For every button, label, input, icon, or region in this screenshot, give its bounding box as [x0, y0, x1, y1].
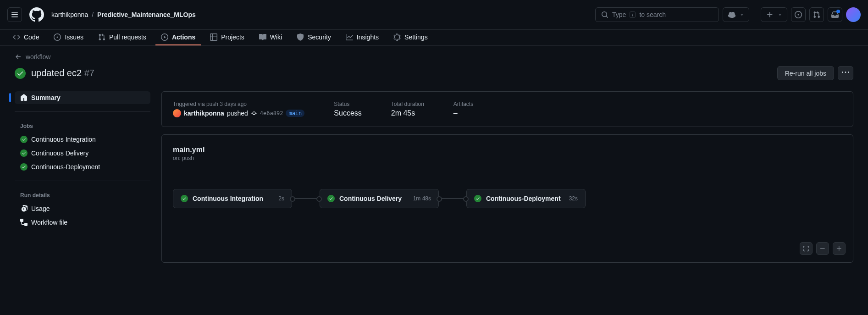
sidebar-job-cd[interactable]: Continuous Delivery: [15, 147, 150, 160]
table-icon: [210, 33, 217, 41]
owner-link[interactable]: karthikponna: [51, 11, 88, 18]
create-button[interactable]: [761, 7, 787, 22]
actor-name[interactable]: karthikponna: [184, 110, 224, 117]
notifications-button[interactable]: [828, 7, 842, 22]
status-label: Status: [334, 101, 361, 107]
job-name: Continuous-Deployment: [486, 195, 564, 202]
status-success-icon: [15, 68, 26, 79]
nav-code[interactable]: Code: [7, 30, 44, 45]
breadcrumb-separator: /: [92, 11, 94, 18]
nav-wiki[interactable]: Wiki: [254, 30, 287, 45]
sidebar-label: Usage: [31, 205, 50, 212]
fullscreen-button[interactable]: [800, 242, 813, 255]
sidebar-job-ci[interactable]: Continuous Integration: [15, 133, 150, 146]
jobs-heading: Jobs: [15, 119, 150, 133]
job-name: Continuous Integration: [193, 195, 274, 202]
job-duration: 2s: [278, 195, 284, 202]
job-name: Continuous-Deployment: [31, 163, 100, 171]
nav-label: Settings: [404, 33, 428, 41]
back-link[interactable]: workflow: [15, 53, 853, 61]
success-icon: [474, 195, 481, 202]
sidebar-usage[interactable]: Usage: [15, 202, 150, 215]
hamburger-icon: [11, 11, 18, 18]
rerun-button[interactable]: Re-run all jobs: [777, 66, 834, 80]
nav-label: Actions: [172, 33, 195, 41]
search-input[interactable]: Type / to search: [595, 7, 719, 22]
commit-sha[interactable]: 4e6a892: [260, 110, 283, 116]
code-icon: [13, 33, 20, 41]
pull-request-icon: [98, 33, 105, 41]
duration-label: Total duration: [391, 101, 424, 107]
trigger-label: Triggered via push 3 days ago: [173, 101, 304, 107]
pulls-button[interactable]: [809, 7, 824, 22]
sidebar-job-deploy[interactable]: Continuous-Deployment: [15, 160, 150, 173]
workflow-icon: [20, 219, 28, 226]
back-label: workflow: [26, 53, 50, 61]
nav-issues[interactable]: Issues: [48, 30, 88, 45]
chevron-down-icon: [740, 12, 744, 17]
job-name: Continuous Delivery: [339, 195, 409, 202]
search-suffix: to search: [639, 11, 666, 18]
details-heading: Run details: [15, 188, 150, 202]
breadcrumb: karthikponna / Predictive_Maintenance_ML…: [51, 11, 196, 18]
sidebar-summary[interactable]: Summary: [15, 91, 150, 104]
github-logo-icon[interactable]: [29, 7, 44, 22]
action-text: pushed: [227, 110, 248, 117]
graph-icon: [346, 33, 353, 41]
success-icon: [181, 195, 188, 202]
user-avatar[interactable]: [846, 7, 861, 22]
issue-icon: [54, 33, 61, 41]
duration-value: 2m 45s: [391, 109, 424, 117]
artifacts-value: –: [453, 109, 473, 117]
nav-projects[interactable]: Projects: [205, 30, 250, 45]
job-node-ci[interactable]: Continuous Integration 2s: [173, 189, 292, 208]
copilot-icon: [728, 11, 735, 18]
shield-icon: [297, 33, 304, 41]
job-node-deploy[interactable]: Continuous-Deployment 32s: [466, 189, 586, 208]
workflow-file-name[interactable]: main.yml: [173, 146, 842, 154]
nav-label: Wiki: [270, 33, 282, 41]
plus-icon: [766, 11, 774, 18]
nav-security[interactable]: Security: [291, 30, 337, 45]
sidebar-label: Summary: [31, 94, 61, 101]
kebab-icon: [842, 69, 849, 76]
nav-label: Pull requests: [109, 33, 146, 41]
status-value: Success: [334, 109, 361, 117]
run-number: #7: [84, 68, 94, 78]
summary-card: Triggered via push 3 days ago karthikpon…: [161, 91, 853, 127]
notification-indicator: [836, 10, 840, 13]
chevron-down-icon: [778, 12, 782, 17]
sidebar-label: Workflow file: [31, 219, 67, 226]
actor-avatar[interactable]: [173, 109, 181, 117]
book-icon: [259, 33, 266, 41]
minus-icon: [819, 245, 826, 252]
issues-button[interactable]: [791, 7, 806, 22]
arrow-left-icon: [15, 53, 22, 61]
repo-link[interactable]: Predictive_Maintenance_MLOps: [97, 11, 196, 18]
plus-icon: [836, 245, 842, 252]
copilot-button[interactable]: [723, 7, 749, 22]
search-key-hint: /: [630, 11, 636, 18]
more-options-button[interactable]: [838, 66, 853, 80]
job-node-cd[interactable]: Continuous Delivery 1m 48s: [320, 189, 439, 208]
success-icon: [327, 195, 335, 202]
nav-pulls[interactable]: Pull requests: [93, 30, 152, 45]
branch-tag[interactable]: main: [286, 110, 304, 117]
gear-icon: [393, 33, 401, 41]
nav-label: Insights: [357, 33, 379, 41]
pull-request-icon: [813, 11, 820, 18]
sidebar-workflow-file[interactable]: Workflow file: [15, 216, 150, 229]
success-icon: [20, 149, 28, 157]
zoom-out-button[interactable]: [816, 242, 829, 255]
menu-button[interactable]: [7, 7, 22, 22]
connector: [292, 198, 320, 199]
nav-actions[interactable]: Actions: [155, 30, 201, 45]
workflow-card: main.yml on: push Continuous Integration…: [161, 134, 853, 263]
nav-settings[interactable]: Settings: [388, 30, 433, 45]
zoom-in-button[interactable]: [833, 242, 846, 255]
nav-insights[interactable]: Insights: [340, 30, 384, 45]
fullscreen-icon: [803, 245, 809, 252]
artifacts-label: Artifacts: [453, 101, 473, 107]
job-name: Continuous Delivery: [31, 149, 88, 157]
issue-icon: [795, 11, 802, 18]
